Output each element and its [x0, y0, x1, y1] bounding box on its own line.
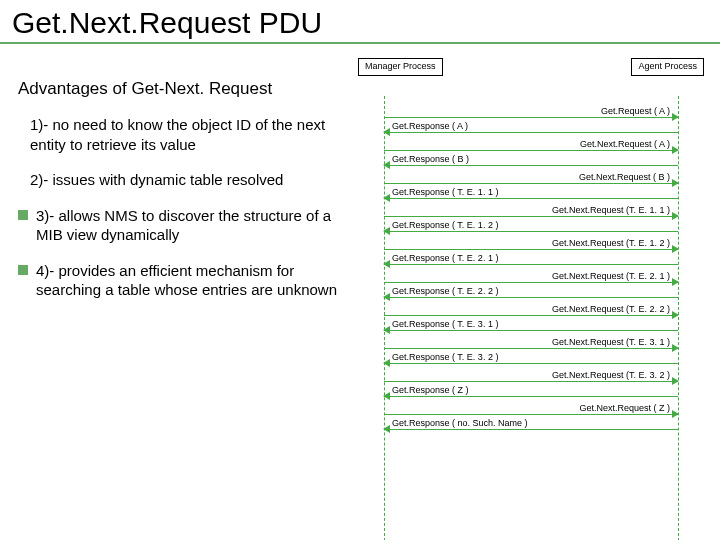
seq-arrow: Get.Response ( T. E. 2. 2 ): [384, 292, 678, 302]
title-bar: Get.Next.Request PDU: [0, 0, 720, 44]
seq-label: Get.Next.Request ( Z ): [579, 403, 670, 413]
seq-label: Get.Response ( T. E. 2. 2 ): [392, 286, 498, 296]
slide-title: Get.Next.Request PDU: [12, 6, 708, 40]
seq-arrow: Get.Response ( Z ): [384, 391, 678, 401]
seq-arrow: Get.Response ( B ): [384, 160, 678, 170]
agent-box: Agent Process: [631, 58, 704, 76]
seq-arrow: Get.Response ( A ): [384, 127, 678, 137]
subheading: Advantages of Get-Next. Request: [18, 78, 338, 99]
seq-arrow: Get.Response ( T. E. 3. 1 ): [384, 325, 678, 335]
point-4: 4)- provides an efficient mechanism for …: [18, 261, 338, 300]
seq-label: Get.Next.Request ( B ): [579, 172, 670, 182]
seq-label: Get.Request ( A ): [601, 106, 670, 116]
seq-label: Get.Response ( T. E. 1. 1 ): [392, 187, 498, 197]
sequence-diagram: Manager Process Agent Process Get.Reques…: [338, 52, 712, 300]
seq-label: Get.Response ( B ): [392, 154, 469, 164]
seq-arrow: Get.Response ( T. E. 3. 2 ): [384, 358, 678, 368]
seq-arrow: Get.Response ( T. E. 1. 2 ): [384, 226, 678, 236]
seq-label: Get.Response ( no. Such. Name ): [392, 418, 528, 428]
seq-label: Get.Response ( Z ): [392, 385, 469, 395]
seq-label: Get.Response ( A ): [392, 121, 468, 131]
seq-label: Get.Next.Request (T. E. 1. 1 ): [552, 205, 670, 215]
seq-label: Get.Next.Request (T. E. 3. 2 ): [552, 370, 670, 380]
manager-box: Manager Process: [358, 58, 443, 76]
bullet-icon: [18, 265, 28, 275]
bullet-icon: [18, 210, 28, 220]
seq-label: Get.Response ( T. E. 1. 2 ): [392, 220, 498, 230]
seq-label: Get.Response ( T. E. 3. 2 ): [392, 352, 498, 362]
seq-label: Get.Response ( T. E. 2. 1 ): [392, 253, 498, 263]
seq-label: Get.Next.Request (T. E. 2. 2 ): [552, 304, 670, 314]
seq-label: Get.Next.Request ( A ): [580, 139, 670, 149]
seq-label: Get.Next.Request (T. E. 1. 2 ): [552, 238, 670, 248]
seq-label: Get.Next.Request (T. E. 3. 1 ): [552, 337, 670, 347]
seq-arrow: Get.Response ( no. Such. Name ): [384, 424, 678, 434]
seq-arrow: Get.Response ( T. E. 1. 1 ): [384, 193, 678, 203]
seq-label: Get.Next.Request (T. E. 2. 1 ): [552, 271, 670, 281]
point-2: 2)- issues with dynamic table resolved: [30, 170, 338, 190]
point-1: 1)- no need to know the object ID of the…: [30, 115, 338, 154]
seq-label: Get.Response ( T. E. 3. 1 ): [392, 319, 498, 329]
seq-arrow: Get.Response ( T. E. 2. 1 ): [384, 259, 678, 269]
point-3: 3)- allows NMS to discover the structure…: [18, 206, 338, 245]
